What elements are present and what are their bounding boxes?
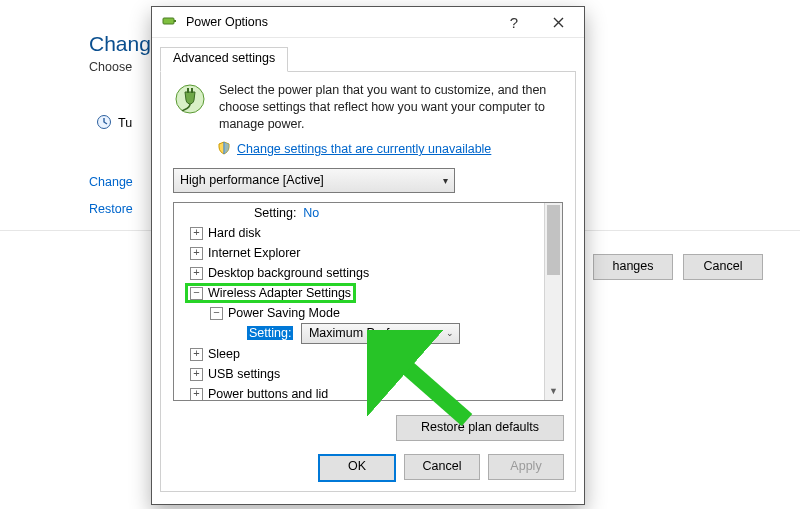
tree-item-wireless-adapter[interactable]: Wireless Adapter Settings xyxy=(208,286,351,300)
settings-tree[interactable]: Setting: No +Hard disk +Internet Explore… xyxy=(173,202,563,401)
restore-plan-defaults-button[interactable]: Restore plan defaults xyxy=(396,415,564,441)
svg-rect-1 xyxy=(163,18,174,24)
tree-setting-label: Setting: xyxy=(254,206,296,220)
expand-icon[interactable]: + xyxy=(190,388,203,401)
expand-icon[interactable]: + xyxy=(190,267,203,280)
shield-icon xyxy=(217,141,231,158)
scroll-down-icon[interactable]: ▼ xyxy=(545,383,562,400)
page-title: Chang xyxy=(89,32,151,56)
scrollbar[interactable]: ▲ ▼ xyxy=(544,203,562,400)
apply-button: Apply xyxy=(488,454,564,480)
tab-advanced-settings[interactable]: Advanced settings xyxy=(160,47,288,72)
expand-icon[interactable]: + xyxy=(190,247,203,260)
power-saving-mode-select[interactable]: Maximum Performance ⌄ xyxy=(301,323,460,344)
save-changes-button[interactable]: hanges xyxy=(593,254,673,280)
collapse-icon[interactable]: − xyxy=(190,287,203,300)
expand-icon[interactable]: + xyxy=(190,368,203,381)
help-button[interactable]: ? xyxy=(492,8,536,36)
power-plan-select[interactable]: High performance [Active] ▾ xyxy=(173,168,455,193)
clock-icon xyxy=(96,114,112,133)
tree-setting-value: No xyxy=(303,206,319,220)
svg-rect-4 xyxy=(187,88,189,93)
cancel-button[interactable]: Cancel xyxy=(404,454,480,480)
page-subtext: Choose xyxy=(89,60,132,74)
power-plug-icon xyxy=(173,82,207,119)
tree-item-power-saving-mode[interactable]: Power Saving Mode xyxy=(228,306,340,320)
power-options-dialog: Power Options ? Advanced settings Select… xyxy=(151,6,585,505)
bg-cancel-button[interactable]: Cancel xyxy=(683,254,763,280)
tree-item-hard-disk[interactable]: Hard disk xyxy=(208,226,261,240)
bg-text-turn: Tu xyxy=(118,116,132,130)
titlebar: Power Options ? xyxy=(152,7,584,38)
expand-icon[interactable]: + xyxy=(190,348,203,361)
expand-icon[interactable]: + xyxy=(190,227,203,240)
close-button[interactable] xyxy=(536,8,580,36)
tab-panel: Select the power plan that you want to c… xyxy=(160,72,576,492)
tree-item-power-buttons[interactable]: Power buttons and lid xyxy=(208,387,328,401)
tree-item-desktop-bg[interactable]: Desktop background settings xyxy=(208,266,369,280)
dialog-title: Power Options xyxy=(186,15,492,29)
chevron-down-icon: ▾ xyxy=(443,175,448,186)
tree-item-ie[interactable]: Internet Explorer xyxy=(208,246,300,260)
collapse-icon[interactable]: − xyxy=(210,307,223,320)
tabstrip: Advanced settings xyxy=(160,47,576,72)
uac-change-settings-link[interactable]: Change settings that are currently unava… xyxy=(237,142,491,156)
tree-item-usb[interactable]: USB settings xyxy=(208,367,280,381)
bg-link-restore[interactable]: Restore xyxy=(89,202,133,216)
bg-link-change[interactable]: Change xyxy=(89,175,133,189)
svg-rect-2 xyxy=(174,20,176,22)
scroll-thumb[interactable] xyxy=(547,205,560,275)
svg-rect-5 xyxy=(191,88,193,93)
power-saving-mode-value: Maximum Performance xyxy=(309,323,438,343)
dialog-description: Select the power plan that you want to c… xyxy=(219,82,563,133)
battery-icon xyxy=(162,13,178,32)
ok-button[interactable]: OK xyxy=(318,454,396,482)
tree-setting-label-selected: Setting: xyxy=(247,326,293,340)
power-plan-selected: High performance [Active] xyxy=(180,173,324,187)
chevron-down-icon: ⌄ xyxy=(446,323,454,343)
tree-item-sleep[interactable]: Sleep xyxy=(208,347,240,361)
